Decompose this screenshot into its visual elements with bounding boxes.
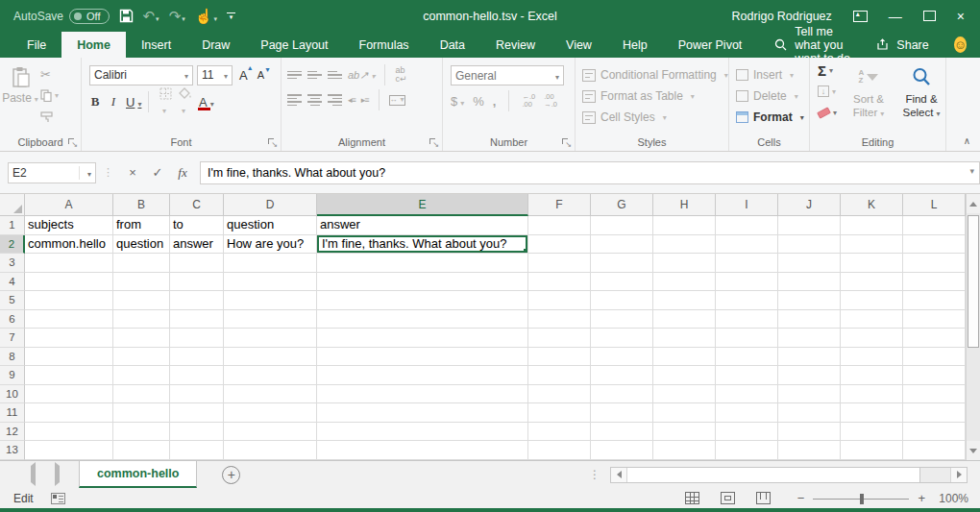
cell-B13[interactable] <box>113 441 170 460</box>
select-all-button[interactable] <box>0 194 25 216</box>
cell-D11[interactable] <box>224 403 317 423</box>
cancel-icon[interactable]: × <box>121 161 144 184</box>
cell-K6[interactable] <box>841 310 903 329</box>
align-right-icon[interactable] <box>328 94 342 106</box>
cell-B5[interactable] <box>113 291 170 310</box>
cell-J7[interactable] <box>778 329 841 348</box>
row-header-10[interactable]: 10 <box>0 385 25 404</box>
touch-mouse-mode-icon[interactable]: ☝▾ <box>195 9 217 24</box>
column-header-G[interactable]: G <box>591 194 653 216</box>
cell-F2[interactable] <box>528 235 591 255</box>
cell-B9[interactable] <box>113 366 170 385</box>
cell-E7[interactable] <box>317 329 528 348</box>
name-box-splitter[interactable]: ⋮ <box>103 166 114 179</box>
cell-K3[interactable] <box>841 254 903 273</box>
page-break-preview-icon[interactable] <box>756 492 771 504</box>
cell-H11[interactable] <box>653 403 716 423</box>
alignment-dialog-launcher-icon[interactable] <box>429 138 438 147</box>
cell-J6[interactable] <box>778 310 841 329</box>
cell-B11[interactable] <box>113 403 170 423</box>
cell-F7[interactable] <box>528 329 591 348</box>
formula-input[interactable] <box>200 161 980 184</box>
cell-G12[interactable] <box>591 423 653 442</box>
cell-G8[interactable] <box>591 348 653 367</box>
cell-A6[interactable] <box>25 310 113 329</box>
font-size-select[interactable]: 11 <box>197 65 233 85</box>
orientation-icon[interactable]: ab↗ <box>348 69 375 82</box>
cell-H6[interactable] <box>653 310 716 329</box>
add-sheet-button[interactable]: + <box>222 466 240 484</box>
row-header-3[interactable]: 3 <box>0 254 25 273</box>
cell-L5[interactable] <box>903 291 966 310</box>
cell-B4[interactable] <box>113 273 170 292</box>
cell-C2[interactable]: answer <box>170 235 224 255</box>
cell-H7[interactable] <box>653 329 716 348</box>
cell-G13[interactable] <box>591 441 653 460</box>
zoom-out-button[interactable]: − <box>797 491 805 505</box>
page-layout-view-icon[interactable] <box>721 492 735 504</box>
cell-J10[interactable] <box>778 385 841 404</box>
cell-G11[interactable] <box>591 403 653 423</box>
cell-D2[interactable]: How are you? <box>224 235 317 255</box>
cut-icon[interactable]: ✂ <box>40 66 59 83</box>
number-format-select[interactable]: General <box>451 65 564 85</box>
cell-C7[interactable] <box>170 329 224 348</box>
scroll-down-icon[interactable] <box>967 441 980 460</box>
row-header-2[interactable]: 2 <box>0 235 25 255</box>
cell-B12[interactable] <box>113 423 170 442</box>
cell-I4[interactable] <box>716 273 778 292</box>
cell-L11[interactable] <box>903 403 966 423</box>
cell-A1[interactable]: subjects <box>25 216 113 235</box>
cell-C13[interactable] <box>170 441 224 460</box>
user-name[interactable]: Rodrigo Rodriguez <box>732 10 832 23</box>
cell-K8[interactable] <box>841 348 903 367</box>
font-family-select[interactable]: Calibri <box>89 65 193 85</box>
row-header-8[interactable]: 8 <box>0 348 25 367</box>
cell-C5[interactable] <box>170 291 224 310</box>
cell-B8[interactable] <box>113 348 170 367</box>
column-header-E[interactable]: E <box>317 194 528 216</box>
cell-G7[interactable] <box>591 329 653 348</box>
horizontal-scrollbar-thumb[interactable] <box>627 468 920 482</box>
cell-L8[interactable] <box>903 348 966 367</box>
tab-insert[interactable]: Insert <box>126 32 186 58</box>
cell-D10[interactable] <box>224 385 317 404</box>
sheet-nav-left-icon[interactable] <box>31 466 36 483</box>
cell-D13[interactable] <box>224 441 317 460</box>
decrease-font-size-button[interactable]: A▼ <box>255 69 267 81</box>
cell-J13[interactable] <box>778 441 841 460</box>
cell-D5[interactable] <box>224 291 317 310</box>
cell-H1[interactable] <box>653 216 716 235</box>
cell-J2[interactable] <box>778 235 841 255</box>
vertical-scrollbar[interactable] <box>966 194 980 460</box>
cell-A3[interactable] <box>25 254 113 273</box>
cell-E9[interactable] <box>317 366 528 385</box>
tab-home[interactable]: Home <box>61 32 126 58</box>
cell-B10[interactable] <box>113 385 170 404</box>
customize-qat-icon[interactable]: ▾ <box>227 12 235 19</box>
accounting-format-icon[interactable]: $ <box>451 94 464 109</box>
cell-G6[interactable] <box>591 310 653 329</box>
cell-F9[interactable] <box>528 366 591 385</box>
normal-view-icon[interactable] <box>685 492 699 504</box>
cell-F11[interactable] <box>528 403 591 423</box>
cell-C10[interactable] <box>170 385 224 404</box>
cell-E3[interactable] <box>317 254 528 273</box>
tab-data[interactable]: Data <box>425 32 480 58</box>
cell-K2[interactable] <box>841 235 903 255</box>
cell-C8[interactable] <box>170 348 224 367</box>
cell-K4[interactable] <box>841 273 903 292</box>
autosave-toggle[interactable]: Off <box>69 9 109 24</box>
row-header-13[interactable]: 13 <box>0 441 25 460</box>
italic-button[interactable]: I <box>108 94 119 110</box>
increase-font-size-button[interactable]: A▲ <box>236 68 251 83</box>
cell-I5[interactable] <box>716 291 778 310</box>
column-header-F[interactable]: F <box>528 194 591 216</box>
cell-A7[interactable] <box>25 329 113 348</box>
cell-J11[interactable] <box>778 403 841 423</box>
share-button[interactable]: Share <box>876 38 928 52</box>
column-header-J[interactable]: J <box>778 194 841 216</box>
cell-E12[interactable] <box>317 423 528 442</box>
cell-B6[interactable] <box>113 310 170 329</box>
cell-A10[interactable] <box>25 385 113 404</box>
